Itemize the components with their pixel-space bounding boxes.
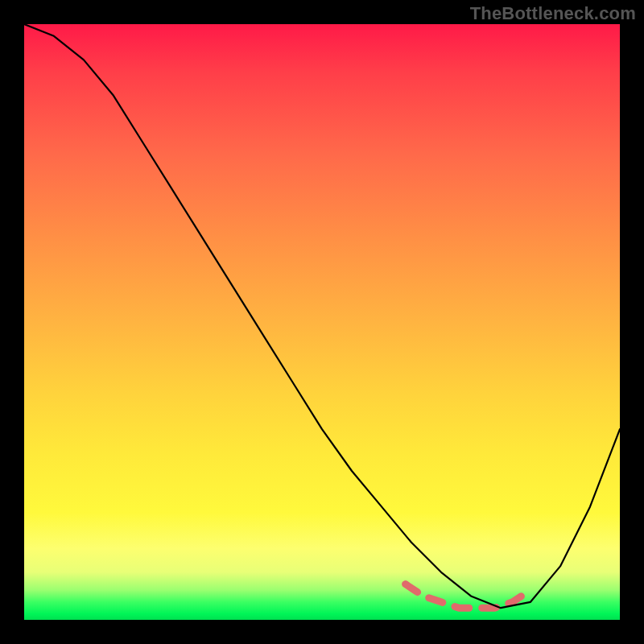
watermark-text: TheBottleneck.com: [470, 3, 636, 24]
chart-svg: [24, 24, 620, 620]
plot-area: [24, 24, 620, 620]
chart-frame: TheBottleneck.com: [0, 0, 644, 644]
optimal-range-highlight: [406, 584, 530, 609]
bottleneck-curve: [24, 24, 620, 608]
